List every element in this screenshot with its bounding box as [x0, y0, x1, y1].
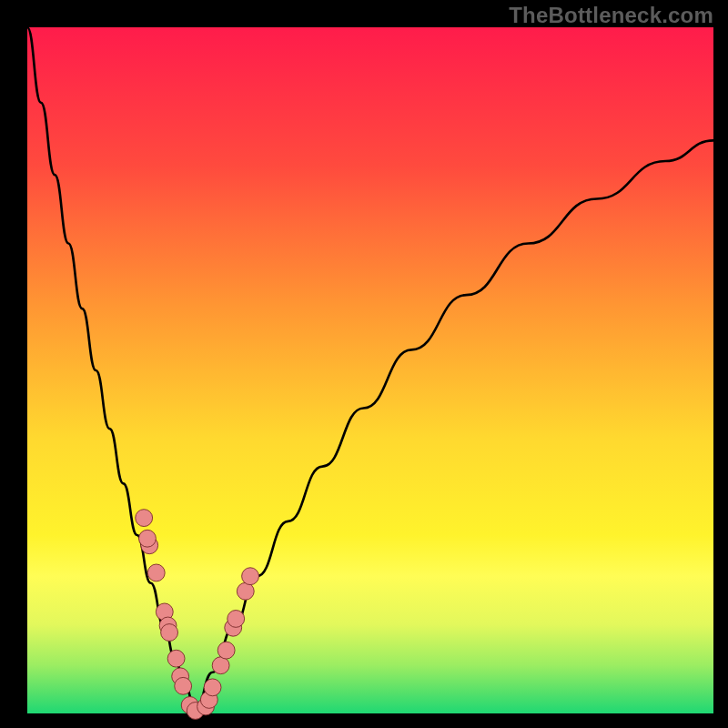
- data-marker: [167, 650, 185, 667]
- data-marker: [175, 677, 192, 694]
- data-marker: [242, 568, 259, 585]
- data-marker: [237, 582, 254, 600]
- data-marker: [136, 510, 153, 527]
- watermark-text: TheBottleneck.com: [509, 3, 713, 28]
- data-marker: [147, 564, 165, 581]
- plot-area: [27, 27, 713, 713]
- data-marker: [212, 657, 229, 674]
- data-marker: [217, 642, 235, 659]
- outer-frame: TheBottleneck.com: [0, 0, 728, 728]
- marker-group: [136, 510, 259, 720]
- curve-right-branch: [196, 140, 713, 710]
- data-marker: [161, 624, 178, 642]
- data-marker: [228, 611, 245, 628]
- data-marker: [139, 530, 157, 547]
- data-marker: [204, 679, 221, 696]
- curve-layer: [27, 27, 713, 713]
